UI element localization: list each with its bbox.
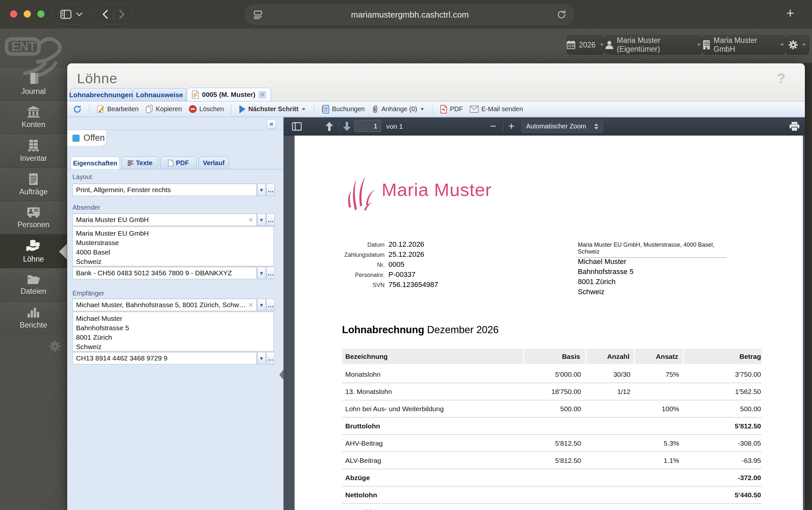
- new-tab-button[interactable]: +: [782, 6, 799, 22]
- delete-label: Löschen: [200, 105, 224, 113]
- sidebar-item-personen[interactable]: Personen: [0, 201, 67, 235]
- iban-dropdown-trigger[interactable]: ▼: [257, 352, 266, 364]
- recipient-line: Michael Muster: [578, 256, 633, 266]
- user-menu-button[interactable]: Maria Muster (Eigentümer): [605, 35, 702, 55]
- pdf-button[interactable]: PDF: [438, 104, 465, 115]
- meta-row: Nr. 0005: [295, 260, 438, 271]
- recipient-select[interactable]: Michael Muster, Bahnhofstrasse 5, 8001 Z…: [72, 299, 257, 311]
- bank-select[interactable]: Bank - CH56 0483 5012 3456 7800 9 - DBAN…: [72, 267, 257, 279]
- help-icon[interactable]: ?: [777, 70, 785, 86]
- print-button[interactable]: [789, 117, 800, 135]
- refresh-button[interactable]: [71, 104, 84, 115]
- company-logo-text: Maria Muster: [382, 179, 492, 200]
- person-icon: [605, 40, 613, 49]
- subtab-eigenschaften[interactable]: Eigenschaften: [70, 157, 120, 170]
- traffic-close-button[interactable]: [10, 10, 17, 18]
- table-row: Lohn bei Aus- und Weiterbildung 500.00 1…: [342, 400, 762, 418]
- meta-row: Datum 20.12.2026: [295, 240, 438, 250]
- recipient-value: Michael Muster, Bahnhofstrasse 5, 8001 Z…: [76, 301, 246, 309]
- splitter-collapse-arrow[interactable]: [279, 370, 283, 380]
- meta-label: Personalnr.: [295, 272, 385, 279]
- address-bar[interactable]: mariamustergmbh.cashctrl.com: [245, 4, 574, 25]
- iban-more-button[interactable]: …: [266, 352, 275, 364]
- row-basis: 500.00: [524, 400, 586, 417]
- subtab-pdf[interactable]: PDF: [160, 157, 197, 169]
- meta-value: P-00337: [388, 271, 415, 279]
- sidebar-item-loehne[interactable]: Löhne: [0, 234, 67, 268]
- sender-select[interactable]: Maria Muster EU GmbH ×: [72, 214, 257, 226]
- company-menu-button[interactable]: Maria Muster GmbH: [702, 35, 785, 55]
- zoom-out-button[interactable]: −: [490, 117, 496, 135]
- journal-icon: [28, 72, 39, 85]
- next-page-button[interactable]: [343, 117, 351, 135]
- clear-icon[interactable]: ×: [246, 300, 253, 309]
- row-basis: [524, 470, 586, 486]
- envelope-icon: [470, 106, 479, 113]
- sender-dropdown-trigger[interactable]: ▼: [257, 214, 266, 226]
- layout-select[interactable]: Print, Allgemein, Fenster rechts: [72, 183, 257, 196]
- subtab-texte[interactable]: Texte: [122, 157, 158, 169]
- collapse-panel-button[interactable]: «: [267, 119, 276, 129]
- delete-button[interactable]: Löschen: [187, 104, 226, 114]
- sidebar-gear-icon[interactable]: [49, 341, 60, 352]
- page-count-label: von 1: [386, 117, 403, 135]
- recipient-more-button[interactable]: …: [266, 299, 275, 311]
- tab-lohnausweise[interactable]: Lohnausweise: [133, 88, 186, 101]
- row-label: Lohn bei Aus- und Weiterbildung: [342, 400, 524, 417]
- tab-payslip-0005[interactable]: 0005 (M. Muster) ×: [187, 88, 271, 101]
- bank-more-button[interactable]: …: [266, 267, 275, 279]
- layout-more-button[interactable]: …: [266, 183, 275, 196]
- zoom-select[interactable]: Automatischer Zoom: [521, 120, 603, 133]
- page-settings-icon[interactable]: [245, 9, 263, 20]
- sidebar-item-journal[interactable]: Journal: [0, 67, 67, 101]
- sidebar-item-inventar[interactable]: Inventar: [0, 134, 67, 168]
- bank-dropdown-trigger[interactable]: ▼: [257, 267, 266, 279]
- traffic-minimize-button[interactable]: [24, 10, 31, 18]
- row-label: Monatslohn: [342, 366, 524, 382]
- subtab-verlauf[interactable]: Verlauf: [199, 157, 229, 169]
- next-step-button[interactable]: Nächster Schritt: [237, 104, 308, 114]
- page-scrollbar[interactable]: [805, 63, 812, 510]
- layout-dropdown-trigger[interactable]: ▼: [257, 183, 266, 196]
- send-email-button[interactable]: E-Mail senden: [468, 104, 525, 114]
- url-text: mariamustergmbh.cashctrl.com: [263, 10, 557, 20]
- edit-button[interactable]: Bearbeiten: [95, 104, 141, 115]
- settings-menu-button[interactable]: [786, 35, 809, 55]
- tab-close-icon[interactable]: ×: [259, 91, 266, 98]
- pdf-toolbar-divider: [503, 122, 504, 131]
- play-icon: [239, 105, 245, 113]
- back-button[interactable]: [97, 10, 113, 19]
- reload-icon[interactable]: [557, 10, 574, 20]
- row-ansatz: 1.1%: [635, 452, 684, 469]
- page-number-input[interactable]: 1: [354, 120, 381, 132]
- previous-page-button[interactable]: [325, 117, 334, 135]
- sidebar-item-berichte[interactable]: Berichte: [0, 301, 67, 335]
- sidebar-item-label: Dateien: [21, 287, 46, 296]
- fiscal-year-button[interactable]: 2026: [567, 35, 604, 55]
- main-panel: Löhne ? Lohnabrechnungen Lohnausweise 00…: [67, 63, 805, 510]
- meta-value: 25.12.2026: [388, 250, 424, 259]
- bookings-button[interactable]: Buchungen: [320, 104, 367, 115]
- sender-address-textarea[interactable]: Maria Muster EU GmbH Musterstrasse 4000 …: [72, 227, 274, 266]
- meta-row: Zahlungsdatum 25.12.2026: [295, 250, 438, 260]
- sidebar-item-label: Personen: [18, 220, 49, 229]
- recipient-dropdown-trigger[interactable]: ▼: [257, 299, 266, 311]
- sender-more-button[interactable]: …: [266, 214, 275, 226]
- zoom-in-button[interactable]: +: [508, 117, 514, 135]
- pdf-sidebar-toggle-button[interactable]: [292, 117, 302, 135]
- sidebar-item-dateien[interactable]: Dateien: [0, 268, 67, 302]
- recipient-line: 8001 Zürich: [578, 277, 633, 287]
- forward-button[interactable]: [114, 10, 130, 19]
- sidebar-toggle-button[interactable]: [52, 4, 91, 25]
- tab-lohnabrechnungen[interactable]: Lohnabrechnungen: [70, 88, 132, 101]
- subtab-label: Texte: [136, 159, 153, 167]
- sidebar-item-konten[interactable]: Konten: [0, 101, 67, 134]
- traffic-zoom-button[interactable]: [37, 10, 44, 18]
- recipient-address-textarea[interactable]: Michael Muster Bahnhofstrasse 5 8001 Zür…: [72, 312, 274, 351]
- sidebar-item-auftraege[interactable]: Aufträge: [0, 167, 67, 201]
- attachments-button[interactable]: Anhänge (0): [370, 104, 427, 115]
- clear-icon[interactable]: ×: [246, 215, 253, 224]
- row-anzahl: 30/30: [586, 366, 635, 382]
- iban-select[interactable]: CH13 8914 4462 3468 9729 9: [72, 352, 257, 364]
- copy-button[interactable]: Kopieren: [144, 104, 184, 115]
